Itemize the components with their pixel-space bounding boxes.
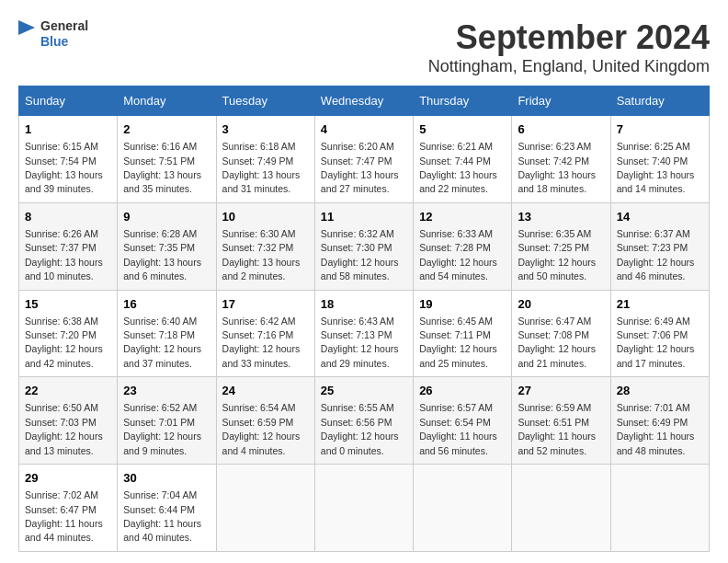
calendar-day-cell	[414, 465, 512, 552]
weekday-header: Monday	[118, 86, 216, 116]
sunrise-text: Sunrise: 6:47 AMSunset: 7:08 PMDaylight:…	[518, 316, 596, 369]
logo: General Blue	[18, 18, 88, 50]
calendar-week-row: 15 Sunrise: 6:38 AMSunset: 7:20 PMDaylig…	[19, 290, 710, 377]
logo-general: General	[40, 18, 88, 34]
sunrise-text: Sunrise: 7:02 AMSunset: 6:47 PMDaylight:…	[25, 489, 103, 543]
day-number: 21	[617, 296, 703, 313]
sunrise-text: Sunrise: 7:01 AMSunset: 6:49 PMDaylight:…	[617, 402, 695, 455]
calendar-day-cell: 29 Sunrise: 7:02 AMSunset: 6:47 PMDaylig…	[19, 465, 118, 552]
sunrise-text: Sunrise: 6:45 AMSunset: 7:11 PMDaylight:…	[419, 316, 497, 369]
sunrise-text: Sunrise: 6:33 AMSunset: 7:28 PMDaylight:…	[419, 228, 497, 282]
weekday-header: Sunday	[19, 86, 118, 116]
calendar-day-cell: 10 Sunrise: 6:30 AMSunset: 7:32 PMDaylig…	[216, 202, 314, 290]
sunrise-text: Sunrise: 6:37 AMSunset: 7:23 PMDaylight:…	[617, 228, 695, 282]
calendar-day-cell: 4 Sunrise: 6:20 AMSunset: 7:47 PMDayligh…	[314, 116, 413, 203]
day-number: 9	[123, 209, 210, 225]
sunrise-text: Sunrise: 6:54 AMSunset: 6:59 PMDaylight:…	[222, 402, 301, 455]
day-number: 26	[419, 383, 506, 399]
day-number: 5	[419, 121, 506, 138]
calendar-day-cell: 30 Sunrise: 7:04 AMSunset: 6:44 PMDaylig…	[118, 465, 216, 552]
calendar-day-cell: 15 Sunrise: 6:38 AMSunset: 7:20 PMDaylig…	[19, 290, 118, 377]
calendar-day-cell: 20 Sunrise: 6:47 AMSunset: 7:08 PMDaylig…	[512, 290, 610, 377]
page-header: General Blue September 2024 Nottingham, …	[18, 18, 710, 76]
sunrise-text: Sunrise: 6:52 AMSunset: 7:01 PMDaylight:…	[123, 402, 201, 455]
calendar-day-cell: 21 Sunrise: 6:49 AMSunset: 7:06 PMDaylig…	[610, 290, 709, 377]
sunrise-text: Sunrise: 6:59 AMSunset: 6:51 PMDaylight:…	[518, 402, 596, 455]
calendar-week-row: 29 Sunrise: 7:02 AMSunset: 6:47 PMDaylig…	[19, 465, 710, 552]
calendar-day-cell: 16 Sunrise: 6:40 AMSunset: 7:18 PMDaylig…	[118, 290, 216, 377]
day-number: 7	[617, 121, 703, 138]
calendar-day-cell: 25 Sunrise: 6:55 AMSunset: 6:56 PMDaylig…	[314, 377, 413, 465]
calendar-day-cell: 7 Sunrise: 6:25 AMSunset: 7:40 PMDayligh…	[610, 116, 709, 203]
sunrise-text: Sunrise: 6:38 AMSunset: 7:20 PMDaylight:…	[25, 316, 103, 369]
weekday-header: Wednesday	[314, 86, 413, 116]
day-number: 4	[321, 121, 407, 138]
day-number: 23	[123, 383, 210, 399]
calendar-day-cell: 1 Sunrise: 6:15 AMSunset: 7:54 PMDayligh…	[19, 116, 118, 203]
sunrise-text: Sunrise: 6:57 AMSunset: 6:54 PMDaylight:…	[419, 402, 497, 455]
calendar-day-cell: 22 Sunrise: 6:50 AMSunset: 7:03 PMDaylig…	[19, 377, 118, 465]
day-number: 17	[222, 296, 309, 313]
day-number: 16	[123, 296, 210, 313]
sunrise-text: Sunrise: 6:21 AMSunset: 7:44 PMDaylight:…	[419, 141, 497, 194]
calendar-day-cell: 5 Sunrise: 6:21 AMSunset: 7:44 PMDayligh…	[414, 116, 512, 203]
day-number: 29	[25, 470, 111, 487]
calendar-day-cell: 23 Sunrise: 6:52 AMSunset: 7:01 PMDaylig…	[118, 377, 216, 465]
calendar-day-cell	[610, 465, 709, 552]
calendar-day-cell: 26 Sunrise: 6:57 AMSunset: 6:54 PMDaylig…	[414, 377, 512, 465]
sunrise-text: Sunrise: 6:18 AMSunset: 7:49 PMDaylight:…	[222, 141, 301, 194]
day-number: 14	[617, 209, 703, 225]
calendar-day-cell: 14 Sunrise: 6:37 AMSunset: 7:23 PMDaylig…	[610, 202, 709, 290]
day-number: 25	[321, 383, 407, 399]
sunrise-text: Sunrise: 7:04 AMSunset: 6:44 PMDaylight:…	[123, 489, 201, 543]
calendar-day-cell: 19 Sunrise: 6:45 AMSunset: 7:11 PMDaylig…	[414, 290, 512, 377]
day-number: 28	[617, 383, 703, 399]
weekday-header-row: SundayMondayTuesdayWednesdayThursdayFrid…	[19, 86, 710, 116]
sunrise-text: Sunrise: 6:50 AMSunset: 7:03 PMDaylight:…	[25, 402, 103, 455]
calendar-day-cell: 18 Sunrise: 6:43 AMSunset: 7:13 PMDaylig…	[314, 290, 413, 377]
day-number: 12	[419, 209, 506, 225]
weekday-header: Tuesday	[216, 86, 314, 116]
calendar-day-cell: 9 Sunrise: 6:28 AMSunset: 7:35 PMDayligh…	[118, 202, 216, 290]
weekday-header: Saturday	[610, 86, 709, 116]
day-number: 2	[123, 121, 210, 138]
day-number: 30	[123, 470, 210, 487]
calendar-day-cell	[216, 465, 314, 552]
title-section: September 2024 Nottingham, England, Unit…	[428, 18, 710, 76]
calendar-week-row: 1 Sunrise: 6:15 AMSunset: 7:54 PMDayligh…	[19, 116, 710, 203]
calendar-day-cell: 24 Sunrise: 6:54 AMSunset: 6:59 PMDaylig…	[216, 377, 314, 465]
logo-blue: Blue	[40, 34, 88, 50]
calendar-day-cell	[512, 465, 610, 552]
sunrise-text: Sunrise: 6:26 AMSunset: 7:37 PMDaylight:…	[25, 228, 103, 282]
calendar-week-row: 22 Sunrise: 6:50 AMSunset: 7:03 PMDaylig…	[19, 377, 710, 465]
day-number: 11	[321, 209, 407, 225]
calendar-day-cell: 6 Sunrise: 6:23 AMSunset: 7:42 PMDayligh…	[512, 116, 610, 203]
calendar-day-cell: 3 Sunrise: 6:18 AMSunset: 7:49 PMDayligh…	[216, 116, 314, 203]
calendar-subtitle: Nottingham, England, United Kingdom	[428, 57, 710, 76]
day-number: 18	[321, 296, 407, 313]
sunrise-text: Sunrise: 6:16 AMSunset: 7:51 PMDaylight:…	[123, 141, 201, 194]
weekday-header: Thursday	[414, 86, 512, 116]
day-number: 22	[25, 383, 111, 399]
sunrise-text: Sunrise: 6:20 AMSunset: 7:47 PMDaylight:…	[321, 141, 399, 194]
day-number: 3	[222, 121, 309, 138]
calendar-table: SundayMondayTuesdayWednesdayThursdayFrid…	[18, 86, 710, 552]
day-number: 6	[518, 121, 604, 138]
sunrise-text: Sunrise: 6:35 AMSunset: 7:25 PMDaylight:…	[518, 228, 596, 282]
calendar-day-cell: 8 Sunrise: 6:26 AMSunset: 7:37 PMDayligh…	[19, 202, 118, 290]
calendar-day-cell: 11 Sunrise: 6:32 AMSunset: 7:30 PMDaylig…	[314, 202, 413, 290]
logo-text: General Blue	[40, 18, 88, 50]
calendar-day-cell: 17 Sunrise: 6:42 AMSunset: 7:16 PMDaylig…	[216, 290, 314, 377]
logo-flag-icon	[18, 20, 37, 48]
calendar-day-cell	[314, 465, 413, 552]
calendar-day-cell: 13 Sunrise: 6:35 AMSunset: 7:25 PMDaylig…	[512, 202, 610, 290]
sunrise-text: Sunrise: 6:49 AMSunset: 7:06 PMDaylight:…	[617, 316, 695, 369]
calendar-day-cell: 12 Sunrise: 6:33 AMSunset: 7:28 PMDaylig…	[414, 202, 512, 290]
weekday-header: Friday	[512, 86, 610, 116]
calendar-day-cell: 2 Sunrise: 6:16 AMSunset: 7:51 PMDayligh…	[118, 116, 216, 203]
sunrise-text: Sunrise: 6:30 AMSunset: 7:32 PMDaylight:…	[222, 228, 301, 282]
logo-container: General Blue	[18, 18, 88, 50]
day-number: 10	[222, 209, 309, 225]
sunrise-text: Sunrise: 6:32 AMSunset: 7:30 PMDaylight:…	[321, 228, 399, 282]
calendar-day-cell: 27 Sunrise: 6:59 AMSunset: 6:51 PMDaylig…	[512, 377, 610, 465]
